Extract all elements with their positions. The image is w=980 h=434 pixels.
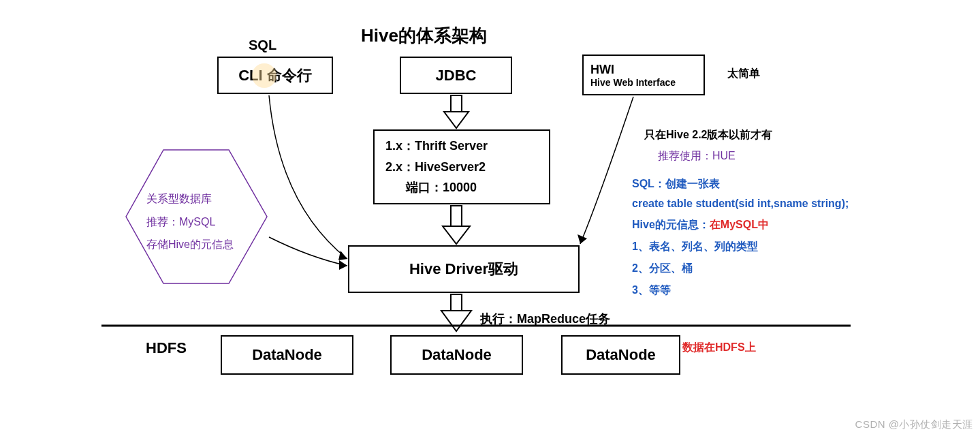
watermark: CSDN @小孙仗剑走天涯 xyxy=(855,418,973,431)
hwi-line2: Hive Web Interface xyxy=(590,77,676,88)
arrow-hwi-driver-head xyxy=(578,234,587,244)
svg-rect-4 xyxy=(451,294,462,311)
arrow-hex-driver xyxy=(269,237,347,266)
datanode-2: DataNode xyxy=(390,335,523,375)
server-line3: 端口：10000 xyxy=(385,177,477,198)
datanode-3-text: DataNode xyxy=(586,346,656,364)
datanode-2-text: DataNode xyxy=(422,346,492,364)
server-box: 1.x：Thrift Server 2.x：HiveServer2 端口：100… xyxy=(373,129,550,204)
svg-marker-5 xyxy=(441,311,471,331)
note-1: 1、表名、列名、列的类型 xyxy=(632,240,758,254)
note-meta: Hive的元信息：在MySQL中 xyxy=(632,218,769,232)
driver-text: Hive Driver驱动 xyxy=(409,259,518,279)
datanode-1-text: DataNode xyxy=(252,346,322,364)
arrow-cli-driver-head xyxy=(338,251,347,260)
svg-marker-1 xyxy=(444,112,469,128)
svg-marker-3 xyxy=(443,226,470,244)
driver-box: Hive Driver驱动 xyxy=(348,245,580,293)
sql-label: SQL xyxy=(249,37,276,53)
note-hue: 推荐使用：HUE xyxy=(658,149,736,164)
jdbc-box: JDBC xyxy=(400,57,512,94)
hex-line3: 存储Hive的元信息 xyxy=(146,233,234,256)
arrow-hwi-driver xyxy=(580,97,633,244)
arrow-jdbc-server xyxy=(444,95,469,128)
note-meta-b: 在MySQL中 xyxy=(710,219,769,230)
cli-box: CLI 命令行 xyxy=(217,57,333,94)
note-version: 只在Hive 2.2版本以前才有 xyxy=(644,128,772,142)
diagram-title: Hive的体系架构 xyxy=(361,24,487,48)
note-meta-a: Hive的元信息： xyxy=(632,219,710,230)
hex-line1: 关系型数据库 xyxy=(146,187,234,211)
server-line1: 1.x：Thrift Server xyxy=(385,136,488,157)
hwi-box: HWI Hive Web Interface xyxy=(582,55,705,95)
svg-rect-2 xyxy=(451,206,462,226)
hdfs-note: 数据在HDFS上 xyxy=(682,341,756,355)
hwi-note: 太简单 xyxy=(727,67,760,81)
note-2: 2、分区、桶 xyxy=(632,262,693,276)
hexagon-text: 关系型数据库 推荐：MySQL 存储Hive的元信息 xyxy=(146,187,234,256)
exec-label: 执行：MapReduce任务 xyxy=(480,311,610,327)
datanode-1: DataNode xyxy=(221,335,353,375)
cli-text: CLI 命令行 xyxy=(238,65,312,86)
hwi-line1: HWI xyxy=(590,63,614,77)
hdfs-label: HDFS xyxy=(146,339,187,357)
arrow-hex-driver-head xyxy=(339,260,347,270)
hex-line2: 推荐：MySQL xyxy=(146,211,234,234)
note-3: 3、等等 xyxy=(632,283,671,298)
note-sql: SQL：创建一张表 xyxy=(632,177,720,191)
jdbc-text: JDBC xyxy=(436,67,477,84)
server-line2: 2.x：HiveServer2 xyxy=(385,157,486,178)
datanode-3: DataNode xyxy=(561,335,680,375)
svg-rect-0 xyxy=(451,95,462,112)
arrow-cli-driver xyxy=(269,95,347,259)
note-create: create table student(sid int,sname strin… xyxy=(632,198,849,210)
arrow-server-driver xyxy=(443,206,470,244)
arrow-driver-hdfs xyxy=(441,294,471,331)
